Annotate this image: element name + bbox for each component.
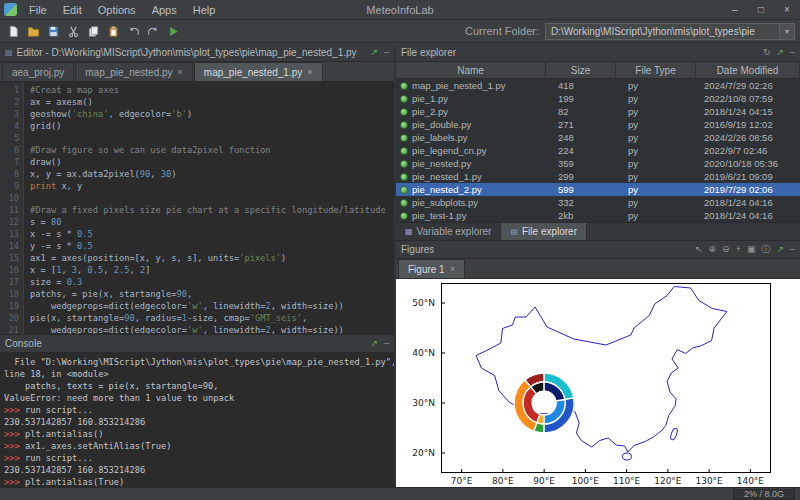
file-row[interactable]: pie_1.py199py2022/10/8 07:59 <box>396 92 800 105</box>
plot-box-border <box>442 284 771 473</box>
minimize-panel-icon[interactable]: – <box>384 339 389 348</box>
file-row[interactable]: pie_subplots.py332py2018/1/24 04:16 <box>396 196 800 209</box>
console-text: ValueError: need more than 1 value to un… <box>4 393 234 403</box>
minimize-icon[interactable]: – <box>790 48 795 57</box>
x-tick-label: 120°E <box>651 476 685 486</box>
full-extent-icon[interactable]: ▣ <box>747 245 756 254</box>
code-segment: patchs, = pie(x, startangle= <box>30 289 176 299</box>
file-type-cell: py <box>616 158 696 169</box>
code-segment: , width=size)) <box>271 301 344 311</box>
column-header-type[interactable]: File Type <box>616 62 696 78</box>
file-row[interactable]: pie_labels.py248py2024/2/26 08:56 <box>396 131 800 144</box>
file-name-cell: map_pie_nested_1.py <box>396 80 546 91</box>
combo-dropdown-icon[interactable]: ▼ <box>779 24 794 39</box>
new-file-icon[interactable] <box>5 23 22 40</box>
float-icon[interactable]: ↗ <box>776 245 784 254</box>
tab-variable-explorer[interactable]: ▦Variable explorer <box>396 223 501 240</box>
explorer-tab-label: Variable explorer <box>417 226 492 237</box>
tab-file-explorer[interactable]: ▤File explorer <box>501 223 587 240</box>
console-prompt: >>> <box>4 441 25 451</box>
file-type-cell: py <box>616 119 696 130</box>
paste-icon[interactable] <box>105 23 122 40</box>
code-editor[interactable]: 123456789101112131415161718192021 #Creat… <box>0 82 394 334</box>
close-tab-icon[interactable]: × <box>450 264 455 274</box>
zoom-out-icon[interactable]: ⊖ <box>722 245 730 254</box>
file-size-cell: 82 <box>546 106 616 117</box>
line-number: 3 <box>0 108 19 120</box>
file-row[interactable]: pie_test-1.py2kbpy2018/1/24 04:16 <box>396 209 800 222</box>
menu-apps[interactable]: Apps <box>144 2 185 18</box>
py-file-icon <box>400 147 408 155</box>
code-segment: 'china' <box>72 109 109 119</box>
menu-file[interactable]: File <box>21 2 55 18</box>
code-segment: ax1 = axes(position=[x, y, s, s], units= <box>30 253 239 263</box>
column-header-size[interactable]: Size <box>546 62 616 78</box>
console-text: plt.antialias(True) <box>25 477 124 487</box>
file-row[interactable]: pie_nested_2.py599py2019/7/29 02:06 <box>396 183 800 196</box>
editor-gutter: 123456789101112131415161718192021 <box>0 82 24 334</box>
menu-edit[interactable]: Edit <box>55 2 90 18</box>
zoom-in-icon[interactable]: ⊕ <box>709 245 717 254</box>
column-header-date[interactable]: Date Modified <box>696 62 800 78</box>
pan-icon[interactable]: + <box>736 245 741 254</box>
save-file-icon[interactable] <box>45 23 62 40</box>
code-segment: 'w' <box>187 301 203 311</box>
editor-tab[interactable]: map_pie_nested_1.py× <box>194 62 323 81</box>
console-output[interactable]: File "D:\Working\MIScript\Jython\mis\plo… <box>0 353 394 487</box>
close-tab-icon[interactable]: × <box>178 67 183 77</box>
float-panel-icon[interactable]: ↗ <box>370 339 378 348</box>
file-date-cell: 2020/10/18 05:36 <box>696 158 800 169</box>
minimize-icon[interactable]: – <box>790 245 795 254</box>
float-panel-icon[interactable]: ↗ <box>370 48 378 57</box>
file-size-cell: 271 <box>546 119 616 130</box>
file-name: pie_legend_cn.py <box>412 145 486 156</box>
float-icon[interactable]: ↗ <box>776 48 784 57</box>
maximize-window-icon[interactable]: □ <box>748 0 774 20</box>
select-icon[interactable]: ↖ <box>695 245 703 254</box>
editor-tab[interactable]: aea_proj.py <box>2 62 74 81</box>
code-segment: x -= s * <box>30 229 77 239</box>
refresh-icon[interactable]: ↻ <box>763 48 771 57</box>
cut-icon[interactable] <box>65 23 82 40</box>
run-script-icon[interactable] <box>165 23 182 40</box>
code-segment: y -= s * <box>30 241 77 251</box>
file-name: pie_test-1.py <box>412 210 466 221</box>
menu-options[interactable]: Options <box>90 2 144 18</box>
undo-icon[interactable] <box>125 23 142 40</box>
file-name-cell: pie_nested.py <box>396 158 546 169</box>
open-file-icon[interactable] <box>25 23 42 40</box>
minimize-window-icon[interactable]: – <box>722 0 748 20</box>
column-header-name[interactable]: Name <box>396 62 546 78</box>
toolbar-icons <box>5 23 182 40</box>
editor-tab-label: map_pie_nested_1.py <box>204 67 302 78</box>
close-window-icon[interactable]: × <box>774 0 800 20</box>
file-name-cell: pie_2.py <box>396 106 546 117</box>
minimize-panel-icon[interactable]: – <box>384 48 389 57</box>
code-line: #Creat a map axes <box>30 84 394 96</box>
close-tab-icon[interactable]: × <box>307 67 312 77</box>
code-segment: 'pixels' <box>239 253 281 263</box>
menu-help[interactable]: Help <box>185 2 224 18</box>
current-folder-path: D:\Working\MIScript\Jython\mis\plot_type… <box>546 26 779 37</box>
identify-icon[interactable]: ⓘ <box>761 245 770 254</box>
file-row[interactable]: pie_nested_1.py299py2019/6/21 09:09 <box>396 170 800 183</box>
file-row[interactable]: pie_nested.py359py2020/10/18 05:36 <box>396 157 800 170</box>
redo-icon[interactable] <box>145 23 162 40</box>
file-name-cell: pie_nested_2.py <box>396 184 546 195</box>
file-date-cell: 2022/10/8 07:59 <box>696 93 800 104</box>
file-row[interactable]: pie_2.py82py2018/1/24 04:15 <box>396 105 800 118</box>
current-folder-combobox[interactable]: D:\Working\MIScript\Jython\mis\plot_type… <box>545 23 795 40</box>
code-segment: size = <box>30 277 67 287</box>
file-name-cell: pie_legend_cn.py <box>396 145 546 156</box>
line-number: 9 <box>0 180 19 192</box>
console-line: >>> ax1._axes.setAntiAlias(True) <box>4 440 390 452</box>
file-row[interactable]: pie_double.py271py2016/9/19 12:02 <box>396 118 800 131</box>
figure-tab[interactable]: Figure 1 × <box>398 259 465 278</box>
figure-canvas[interactable]: 70°E80°E90°E100°E110°E120°E130°E140°E20°… <box>396 279 800 487</box>
console-text: run script... <box>25 405 93 415</box>
file-row[interactable]: pie_legend_cn.py224py2022/9/7 02:46 <box>396 144 800 157</box>
code-segment: x, y <box>56 181 82 191</box>
copy-icon[interactable] <box>85 23 102 40</box>
editor-tab[interactable]: map_pie_nested.py× <box>75 62 193 81</box>
file-row[interactable]: map_pie_nested_1.py418py2024/7/29 02:26 <box>396 79 800 92</box>
